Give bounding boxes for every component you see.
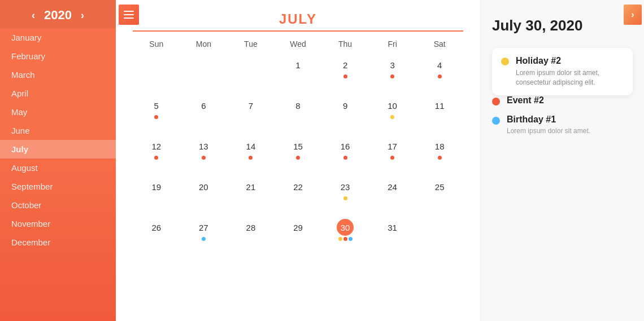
day-number: 15 (289, 138, 306, 155)
calendar-day-21[interactable]: 21 (227, 175, 275, 216)
day-number: 4 (431, 56, 448, 73)
calendar-day-12[interactable]: 12 (133, 134, 180, 175)
calendar-day-11[interactable]: 11 (416, 94, 463, 134)
event-desc-holiday2: Lorem ipsum dolor sit amet, consectetur … (516, 68, 624, 87)
timeline-content-birthday1: Birthday #1 Lorem ipsum dolor sit amet. (507, 115, 590, 136)
sidebar-month-june[interactable]: June (0, 121, 116, 140)
sidebar-month-november[interactable]: November (0, 214, 116, 233)
day-number: 17 (384, 138, 401, 155)
calendar-day-empty (133, 53, 180, 94)
timeline-item-event2[interactable]: Event #2 (492, 95, 633, 105)
yellow-dot (338, 237, 342, 241)
detail-panel: July 30, 2020 Holiday #2 Lorem ipsum dol… (480, 0, 644, 321)
calendar-day-3[interactable]: 3 (369, 53, 416, 94)
day-number: 18 (431, 138, 448, 155)
prev-year-button[interactable]: ‹ (28, 8, 38, 23)
day-number: 2 (337, 56, 354, 73)
red-dot (438, 156, 442, 160)
red-dot (438, 74, 442, 78)
calendar-day-empty (227, 53, 275, 94)
next-month-button[interactable]: › (624, 5, 642, 25)
day-number: 27 (195, 219, 212, 236)
day-number: 20 (195, 178, 212, 195)
sidebar-month-march[interactable]: March (0, 65, 116, 84)
calendar-day-6[interactable]: 6 (180, 94, 228, 134)
red-dot (296, 156, 300, 160)
sidebar-month-september[interactable]: September (0, 177, 116, 196)
calendar-day-22[interactable]: 22 (275, 175, 322, 216)
calendar-day-10[interactable]: 10 (369, 94, 416, 134)
calendar-day-5[interactable]: 5 (133, 94, 180, 134)
sidebar-month-august[interactable]: August (0, 159, 116, 177)
day-number: 25 (431, 178, 448, 195)
main-content: JULY SunMonTueWedThuFriSat 1234567891011… (116, 0, 480, 321)
calendar-day-15[interactable]: 15 (275, 134, 322, 175)
calendar-divider (133, 30, 463, 32)
calendar-week: 567891011 (133, 94, 463, 134)
day-number: 19 (148, 178, 165, 195)
day-dots (154, 156, 158, 160)
day-number: 24 (384, 178, 401, 195)
calendar-day-19[interactable]: 19 (133, 175, 180, 216)
day-header-thu: Thu (321, 37, 369, 51)
day-header-sun: Sun (133, 37, 180, 51)
calendar-day-28[interactable]: 28 (227, 216, 275, 256)
calendar-day-18[interactable]: 18 (416, 134, 463, 175)
menu-line-2 (124, 14, 134, 15)
day-number: 28 (242, 219, 259, 236)
calendar-day-30[interactable]: 30 (321, 216, 369, 256)
calendar-day-25[interactable]: 25 (416, 175, 463, 216)
month-list: JanuaryFebruaryMarchAprilMayJuneJulyAugu… (0, 28, 116, 321)
day-header-sat: Sat (416, 37, 463, 51)
calendar-day-31[interactable]: 31 (369, 216, 416, 256)
calendar-day-14[interactable]: 14 (227, 134, 275, 175)
calendar-day-13[interactable]: 13 (180, 134, 228, 175)
event-card-holiday2[interactable]: Holiday #2 Lorem ipsum dolor sit amet, c… (492, 48, 633, 95)
sidebar-month-july[interactable]: July (0, 140, 116, 159)
day-dots (438, 74, 442, 78)
day-number: 29 (289, 219, 306, 236)
event-title-holiday2: Holiday #2 (516, 56, 624, 66)
sidebar-month-april[interactable]: April (0, 84, 116, 103)
day-number: 8 (289, 97, 306, 114)
calendar-day-20[interactable]: 20 (180, 175, 228, 216)
red-dot (202, 156, 206, 160)
calendar-day-26[interactable]: 26 (133, 216, 180, 256)
day-dots (249, 156, 253, 160)
menu-line-1 (124, 11, 134, 12)
day-number: 14 (242, 138, 259, 155)
calendar-day-8[interactable]: 8 (275, 94, 322, 134)
calendar-day-24[interactable]: 24 (369, 175, 416, 216)
calendar-day-27[interactable]: 27 (180, 216, 228, 256)
calendar-day-17[interactable]: 17 (369, 134, 416, 175)
timeline-dot-birthday1 (492, 117, 500, 125)
calendar-day-1[interactable]: 1 (275, 53, 322, 94)
timeline-title-event2: Event #2 (507, 95, 544, 105)
calendar-day-16[interactable]: 16 (321, 134, 369, 175)
year-label: 2020 (44, 8, 72, 23)
calendar-day-23[interactable]: 23 (321, 175, 369, 216)
events-timeline: Holiday #2 Lorem ipsum dolor sit amet, c… (492, 48, 633, 136)
next-year-button[interactable]: › (77, 8, 88, 23)
calendar-day-29[interactable]: 29 (275, 216, 322, 256)
timeline-item-birthday1[interactable]: Birthday #1 Lorem ipsum dolor sit amet. (492, 115, 633, 136)
calendar-day-empty (180, 53, 228, 94)
sidebar-month-december[interactable]: December (0, 233, 116, 252)
blue-dot (202, 237, 206, 241)
red-dot (343, 237, 347, 241)
calendar-day-4[interactable]: 4 (416, 53, 463, 94)
sidebar-month-may[interactable]: May (0, 103, 116, 121)
sidebar-month-october[interactable]: October (0, 196, 116, 214)
app-container: ‹ 2020 › JanuaryFebruaryMarchAprilMayJun… (0, 0, 644, 321)
sidebar-month-january[interactable]: January (0, 28, 116, 47)
sidebar-month-february[interactable]: February (0, 47, 116, 65)
day-number: 1 (289, 56, 306, 73)
menu-button[interactable] (119, 5, 139, 25)
calendar-day-7[interactable]: 7 (227, 94, 275, 134)
day-number: 6 (195, 97, 212, 114)
day-dots (154, 115, 158, 119)
yellow-dot (343, 196, 347, 200)
calendar-day-2[interactable]: 2 (321, 53, 369, 94)
calendar-day-9[interactable]: 9 (321, 94, 369, 134)
day-number: 26 (148, 219, 165, 236)
